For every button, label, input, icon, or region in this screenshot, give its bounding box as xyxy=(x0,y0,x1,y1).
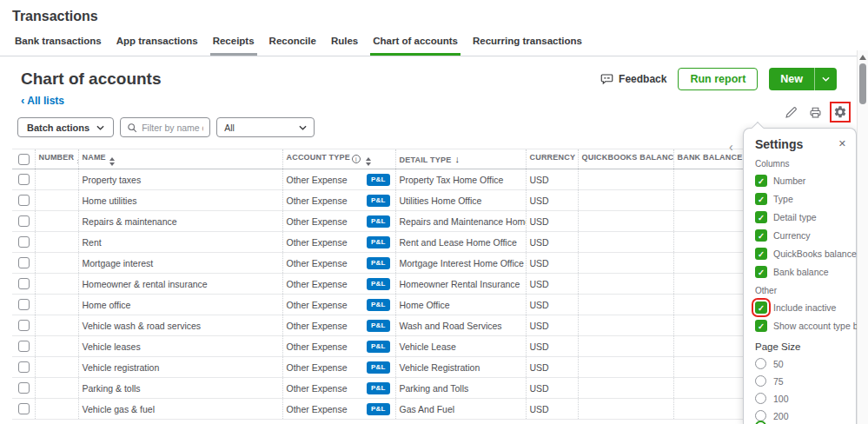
feedback-label: Feedback xyxy=(619,73,666,85)
filter-input[interactable] xyxy=(142,123,203,133)
tab-recurring-transactions[interactable]: Recurring transactions xyxy=(470,36,585,56)
scrollbar-thumb[interactable] xyxy=(859,63,866,104)
tab-chart-of-accounts[interactable]: Chart of accounts xyxy=(370,36,461,56)
edit-pencil-icon[interactable] xyxy=(785,106,798,119)
header-quickbooks-balance[interactable]: QUICKBOOKS BALANCE xyxy=(578,149,673,169)
all-lists-label: All lists xyxy=(27,95,64,107)
row-checkbox[interactable] xyxy=(18,403,30,414)
row-checkbox[interactable] xyxy=(18,236,30,248)
row-checkbox[interactable] xyxy=(18,341,30,352)
info-icon[interactable]: i xyxy=(352,155,361,163)
row-checkbox[interactable] xyxy=(18,361,30,373)
number-cell xyxy=(35,295,78,315)
checkbox-checked[interactable]: ✓ xyxy=(755,301,767,314)
account-type: Other Expense xyxy=(287,175,348,185)
header-bank-balance[interactable]: BANK BALANCE xyxy=(673,149,750,169)
row-checkbox[interactable] xyxy=(18,257,30,268)
filter-search-box xyxy=(120,117,210,137)
all-lists-link[interactable]: ‹ All lists xyxy=(21,95,64,107)
type-filter-dropdown[interactable]: All xyxy=(216,117,315,137)
currency: USD xyxy=(526,232,578,253)
quickbooks-balance xyxy=(578,357,673,378)
page-size-option-75: 75 xyxy=(755,375,849,387)
panel-collapse-chevron-icon[interactable]: ‹ xyxy=(729,140,733,154)
tab-app-transactions[interactable]: App transactions xyxy=(114,36,201,56)
pl-badge: P&L xyxy=(367,278,390,290)
tab-receipts[interactable]: Receipts xyxy=(210,36,257,56)
bank-balance xyxy=(673,399,750,420)
sort-icon xyxy=(109,157,115,166)
account-type: Other Expense xyxy=(287,300,348,310)
quickbooks-balance xyxy=(578,315,673,336)
quickbooks-balance xyxy=(578,336,673,357)
scroll-up-arrow-icon[interactable] xyxy=(859,55,866,60)
settings-gear-icon[interactable] xyxy=(833,105,847,119)
batch-actions-label: Batch actions xyxy=(27,123,89,133)
row-checkbox[interactable] xyxy=(18,382,30,394)
select-all-checkbox[interactable] xyxy=(18,154,30,165)
radio-unselected[interactable] xyxy=(755,393,766,404)
batch-actions-button[interactable]: Batch actions xyxy=(17,117,114,137)
close-icon[interactable]: ✕ xyxy=(836,137,849,150)
include-inactive-toggle: ✓ Include inactive xyxy=(755,301,849,314)
account-type: Other Expense xyxy=(287,362,348,373)
table-row: Home office Other ExpenseP&L Home Office… xyxy=(12,295,856,315)
run-report-button[interactable]: Run report xyxy=(678,68,758,90)
number-cell xyxy=(35,336,78,357)
number-cell xyxy=(35,357,78,378)
table-row: Vehicle registration Other ExpenseP&L Ve… xyxy=(12,357,856,378)
radio-unselected[interactable] xyxy=(755,358,766,369)
header-name[interactable]: NAME xyxy=(78,149,282,169)
header-account-type[interactable]: ACCOUNT TYPEi xyxy=(282,149,395,169)
header-detail-type[interactable]: DETAIL TYPE↓ xyxy=(395,149,526,169)
chevron-down-icon xyxy=(96,125,104,130)
bank-balance xyxy=(673,190,750,211)
currency: USD xyxy=(526,378,578,399)
feedback-button[interactable]: Feedback xyxy=(600,73,666,85)
checkbox-checked[interactable]: ✓ xyxy=(755,248,767,260)
row-checkbox[interactable] xyxy=(18,299,30,310)
print-icon[interactable] xyxy=(809,106,822,119)
table-row: Property taxes Other ExpenseP&L Property… xyxy=(12,169,856,190)
bank-balance xyxy=(673,274,750,295)
header-number[interactable]: NUMBER xyxy=(35,149,78,169)
header-currency[interactable]: CURRENCY xyxy=(526,149,578,169)
type-filter-value: All xyxy=(224,123,235,133)
radio-unselected[interactable] xyxy=(755,375,766,387)
account-name: Rent xyxy=(78,232,282,253)
checkbox-checked[interactable]: ✓ xyxy=(755,211,767,223)
checkbox-checked[interactable]: ✓ xyxy=(755,193,767,205)
new-split-button: New xyxy=(769,68,837,90)
new-button[interactable]: New xyxy=(769,68,814,90)
checkbox-checked[interactable]: ✓ xyxy=(755,266,767,278)
pl-badge: P&L xyxy=(367,403,390,415)
row-checkbox[interactable] xyxy=(18,320,30,331)
search-icon xyxy=(127,123,137,133)
chevron-down-icon xyxy=(299,125,307,130)
account-name: Vehicle registration xyxy=(78,357,282,378)
new-dropdown-button[interactable] xyxy=(814,68,837,90)
quickbooks-balance xyxy=(578,211,673,232)
tab-reconcile[interactable]: Reconcile xyxy=(267,36,319,56)
checkbox-checked[interactable]: ✓ xyxy=(755,320,767,332)
row-checkbox[interactable] xyxy=(18,174,30,185)
pl-badge: P&L xyxy=(367,195,390,207)
tab-bank-transactions[interactable]: Bank transactions xyxy=(12,36,104,56)
tab-rules[interactable]: Rules xyxy=(328,36,361,56)
checkbox-checked[interactable]: ✓ xyxy=(755,229,767,242)
column-toggle-type: ✓ Type xyxy=(755,193,849,205)
detail-type: Homeowner Rental Insurance xyxy=(395,274,526,295)
column-toggle-quickbooks-balance: ✓ QuickBooks balance xyxy=(755,248,849,260)
table-row: Vehicle gas & fuel Other ExpenseP&L Gas … xyxy=(12,399,856,420)
content-header: Chart of accounts Feedback Run report Ne… xyxy=(21,68,837,90)
row-checkbox[interactable] xyxy=(18,215,30,227)
bank-balance xyxy=(673,253,750,274)
currency: USD xyxy=(526,399,578,420)
number-cell xyxy=(35,253,78,274)
row-checkbox[interactable] xyxy=(18,278,30,289)
tab-bar: Bank transactions App transactions Recei… xyxy=(0,24,868,56)
bank-balance xyxy=(673,378,750,399)
row-checkbox[interactable] xyxy=(18,195,30,206)
account-type: Other Expense xyxy=(287,216,348,227)
checkbox-checked[interactable]: ✓ xyxy=(755,175,767,187)
